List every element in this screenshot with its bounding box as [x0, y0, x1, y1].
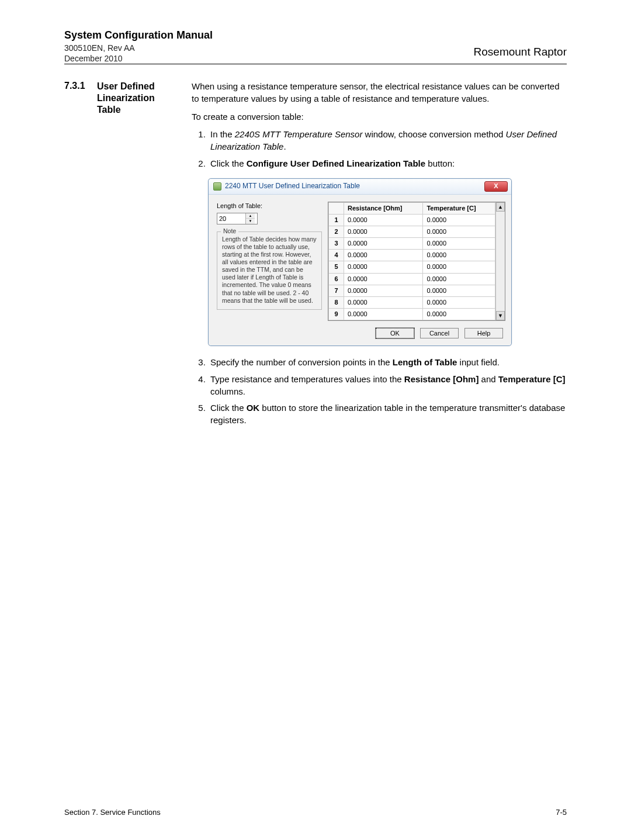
table-row: 30.00000.0000 — [329, 238, 495, 250]
section-title-line1: User Defined — [97, 81, 155, 91]
step4-text-e: columns. — [210, 386, 245, 396]
doc-title: System Configuration Manual — [64, 29, 213, 42]
step4-text-c: and — [479, 374, 498, 384]
resistance-cell[interactable]: 0.0000 — [344, 261, 423, 273]
row-index: 2 — [329, 226, 344, 237]
row-index: 3 — [329, 238, 344, 250]
step5-bold-b: OK — [247, 403, 260, 413]
step4-bold-d: Temperature [C] — [498, 374, 566, 384]
step1-text-a: In the — [210, 129, 235, 139]
resistance-cell[interactable]: 0.0000 — [344, 250, 423, 261]
help-button[interactable]: Help — [464, 328, 503, 338]
table-row: 80.00000.0000 — [329, 296, 495, 308]
col-index — [329, 202, 344, 214]
resistance-cell[interactable]: 0.0000 — [344, 285, 423, 296]
step2-bold-b: Configure User Defined Linearization Tab… — [247, 158, 425, 168]
step5-text-c: button to store the linearization table … — [210, 403, 565, 425]
temperature-cell[interactable]: 0.0000 — [423, 285, 495, 296]
step-2: Click the Configure User Defined Lineari… — [208, 158, 567, 170]
step-5: Click the OK button to store the lineari… — [208, 402, 567, 426]
doc-id: 300510EN, Rev AA — [64, 43, 213, 53]
temperature-cell[interactable]: 0.0000 — [423, 226, 495, 237]
main-column: When using a resistance temperature sens… — [192, 81, 567, 432]
resistance-cell[interactable]: 0.0000 — [344, 296, 423, 308]
col-temperature: Temperature [C] — [423, 202, 495, 214]
dialog-screenshot: 2240 MTT User Defined Linearization Tabl… — [208, 178, 567, 347]
note-box: Note Length of Table decides how many ro… — [217, 231, 322, 310]
row-index: 5 — [329, 261, 344, 273]
table-row: 90.00000.0000 — [329, 309, 495, 320]
step2-text-c: button: — [425, 158, 455, 168]
step1-italic-b: 2240S MTT Temperature Sensor — [235, 129, 363, 139]
doc-date: December 2010 — [64, 53, 213, 64]
scroll-up-icon[interactable]: ▲ — [496, 202, 505, 212]
step3-text-a: Specify the number of conversion points … — [210, 357, 393, 367]
close-icon[interactable]: X — [484, 181, 508, 192]
resistance-cell[interactable]: 0.0000 — [344, 273, 423, 285]
step4-text-a: Type resistance and temperatures values … — [210, 374, 404, 384]
brand-name: Rosemount Raptor — [474, 46, 567, 58]
linearization-dialog: 2240 MTT User Defined Linearization Tabl… — [208, 178, 512, 347]
app-icon — [213, 182, 221, 191]
table-row: 20.00000.0000 — [329, 226, 495, 237]
dialog-title: 2240 MTT User Defined Linearization Tabl… — [225, 181, 484, 191]
length-of-table-label: Length of Table: — [217, 202, 322, 210]
table-row: 40.00000.0000 — [329, 250, 495, 261]
section-title-line3: Table — [97, 105, 121, 115]
dialog-titlebar[interactable]: 2240 MTT User Defined Linearization Tabl… — [209, 179, 511, 195]
scroll-down-icon[interactable]: ▼ — [496, 311, 505, 320]
lead-in: To create a conversion table: — [192, 111, 567, 123]
length-of-table-spinner[interactable]: ▲ ▼ — [217, 213, 258, 224]
table-row: 70.00000.0000 — [329, 285, 495, 296]
header-rule — [64, 64, 567, 64]
temperature-cell[interactable]: 0.0000 — [423, 238, 495, 250]
spin-down-icon[interactable]: ▼ — [246, 219, 255, 224]
header-right: Rosemount Raptor — [474, 29, 567, 58]
section-number: 7.3.1 — [64, 81, 91, 432]
step1-text-c: window, choose conversion method — [362, 129, 505, 139]
resistance-cell[interactable]: 0.0000 — [344, 226, 423, 237]
row-index: 4 — [329, 250, 344, 261]
table-row: 50.00000.0000 — [329, 261, 495, 273]
step2-text-a: Click the — [210, 158, 247, 168]
step5-text-a: Click the — [210, 403, 247, 413]
temperature-cell[interactable]: 0.0000 — [423, 296, 495, 308]
note-legend: Note — [221, 227, 238, 235]
section-title-line2: Linearization — [97, 93, 155, 103]
footer-section: Section 7. Service Functions — [64, 808, 161, 817]
row-index: 8 — [329, 296, 344, 308]
section-title: User Defined Linearization Table — [97, 81, 155, 432]
cancel-button[interactable]: Cancel — [420, 328, 459, 338]
step-1: In the 2240S MTT Temperature Sensor wind… — [208, 129, 567, 153]
row-index: 6 — [329, 273, 344, 285]
resistance-cell[interactable]: 0.0000 — [344, 238, 423, 250]
temperature-cell[interactable]: 0.0000 — [423, 261, 495, 273]
row-index: 1 — [329, 214, 344, 226]
spin-up-icon[interactable]: ▲ — [246, 213, 255, 219]
step-3: Specify the number of conversion points … — [208, 357, 567, 369]
row-index: 9 — [329, 309, 344, 320]
step4-bold-b: Resistance [Ohm] — [404, 374, 479, 384]
note-text: Length of Table decides how many rows of… — [222, 236, 317, 304]
temperature-cell[interactable]: 0.0000 — [423, 250, 495, 261]
resistance-cell[interactable]: 0.0000 — [344, 309, 423, 320]
intro-paragraph: When using a resistance temperature sens… — [192, 81, 567, 105]
temperature-cell[interactable]: 0.0000 — [423, 214, 495, 226]
resistance-cell[interactable]: 0.0000 — [344, 214, 423, 226]
step3-bold-b: Length of Table — [393, 357, 457, 367]
linearization-table: Resistance [Ohm] Temperature [C] 10.0000… — [328, 202, 505, 322]
step-4: Type resistance and temperatures values … — [208, 374, 567, 397]
temperature-cell[interactable]: 0.0000 — [423, 309, 495, 320]
page-number: 7-5 — [556, 808, 567, 817]
header-left: System Configuration Manual 300510EN, Re… — [64, 29, 213, 64]
ok-button[interactable]: OK — [376, 328, 414, 338]
temperature-cell[interactable]: 0.0000 — [423, 273, 495, 285]
table-scrollbar[interactable]: ▲ ▼ — [495, 202, 505, 321]
row-index: 7 — [329, 285, 344, 296]
section-heading: 7.3.1 User Defined Linearization Table — [64, 81, 175, 432]
table-row: 60.00000.0000 — [329, 273, 495, 285]
step3-text-c: input field. — [457, 357, 500, 367]
table-row: 10.00000.0000 — [329, 214, 495, 226]
col-resistance: Resistance [Ohm] — [344, 202, 423, 214]
length-of-table-input[interactable] — [217, 213, 245, 224]
